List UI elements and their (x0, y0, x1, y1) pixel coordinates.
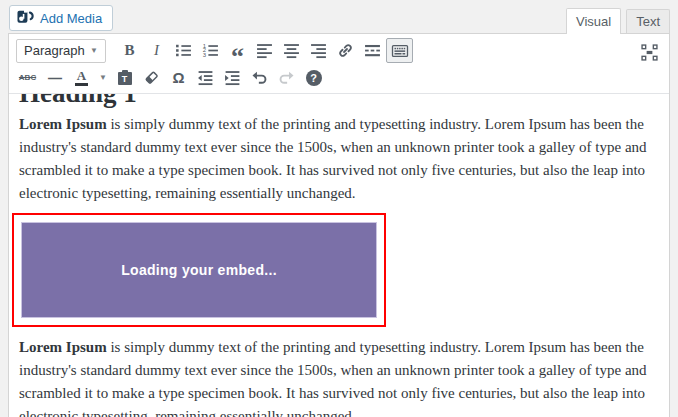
align-right-icon (310, 42, 327, 59)
text-color-icon: A (75, 69, 88, 86)
add-media-label: Add Media (40, 11, 102, 26)
read-more-icon (364, 42, 381, 59)
horizontal-rule-button[interactable]: — (41, 65, 68, 90)
italic-button[interactable]: I (143, 38, 170, 63)
paragraph-1: Lorem Ipsum is simply dummy text of the … (19, 113, 659, 205)
classic-editor: Paragraph ▼ B I 1 2 3 (8, 33, 670, 417)
editor-mode-tabs: Visual Text (561, 8, 670, 33)
undo-icon (251, 69, 268, 86)
align-left-button[interactable] (251, 38, 278, 63)
bold-button[interactable]: B (116, 38, 143, 63)
red-annotation-box: Loading your embed... (12, 213, 386, 327)
block-format-label: Paragraph (24, 43, 85, 58)
blockquote-button[interactable]: “ (224, 38, 251, 63)
redo-button[interactable] (273, 65, 300, 90)
read-more-button[interactable] (359, 38, 386, 63)
align-center-icon (283, 42, 300, 59)
clear-formatting-button[interactable] (138, 65, 165, 90)
undo-button[interactable] (246, 65, 273, 90)
numbered-list-icon: 1 2 3 (202, 42, 219, 59)
paragraph-2: Lorem Ipsum is simply dummy text of the … (19, 336, 659, 417)
add-media-icon (17, 9, 35, 27)
outdent-button[interactable] (192, 65, 219, 90)
insert-link-button[interactable] (332, 38, 359, 63)
editor-content-area[interactable]: Heading 1 Lorem Ipsum is simply dummy te… (9, 94, 669, 417)
toolbar-toggle-button[interactable] (386, 38, 413, 63)
paste-as-text-button[interactable]: T (111, 65, 138, 90)
heading-1: Heading 1 (19, 94, 659, 109)
italic-icon: I (154, 42, 159, 59)
indent-button[interactable] (219, 65, 246, 90)
chevron-down-icon: ▼ (90, 46, 98, 55)
help-icon: ? (306, 70, 322, 86)
horizontal-rule-icon: — (48, 70, 61, 86)
tab-visual[interactable]: Visual (566, 8, 621, 34)
paste-as-text-icon: T (118, 70, 132, 85)
tab-text-label: Text (636, 14, 660, 29)
bold-icon: B (124, 42, 134, 59)
redo-icon (278, 69, 295, 86)
special-character-button[interactable]: Ω (165, 65, 192, 90)
editor-toolbar: Paragraph ▼ B I 1 2 3 (9, 34, 669, 94)
keyboard-icon (391, 43, 409, 59)
align-right-button[interactable] (305, 38, 332, 63)
add-media-button[interactable]: Add Media (9, 5, 113, 31)
omega-icon: Ω (172, 69, 184, 86)
link-icon (337, 42, 354, 59)
align-center-button[interactable] (278, 38, 305, 63)
eraser-icon (143, 69, 160, 86)
text-color-button[interactable]: A (68, 65, 95, 90)
fullscreen-icon (641, 44, 658, 61)
toolbar-row-2: ABC — A ▼ T (14, 64, 663, 91)
bullet-list-icon (175, 42, 192, 59)
strikethrough-button[interactable]: ABC (14, 65, 41, 90)
tab-text[interactable]: Text (626, 9, 670, 33)
help-button[interactable]: ? (300, 65, 327, 90)
bullet-list-button[interactable] (170, 38, 197, 63)
chevron-down-icon: ▼ (99, 73, 107, 82)
paragraph-2-bold: Lorem Ipsum (19, 339, 107, 355)
blockquote-icon: “ (231, 53, 244, 61)
paragraph-1-bold: Lorem Ipsum (19, 116, 107, 132)
align-left-icon (256, 42, 273, 59)
numbered-list-button[interactable]: 1 2 3 (197, 38, 224, 63)
strikethrough-icon: ABC (19, 73, 36, 82)
svg-text:3: 3 (203, 52, 207, 58)
toolbar-row-1: Paragraph ▼ B I 1 2 3 (14, 37, 663, 64)
embed-placeholder[interactable]: Loading your embed... (21, 222, 377, 318)
block-format-dropdown[interactable]: Paragraph ▼ (16, 39, 106, 63)
tab-visual-label: Visual (576, 14, 611, 29)
text-color-dropdown[interactable]: ▼ (95, 65, 111, 90)
outdent-icon (197, 69, 214, 86)
indent-icon (224, 69, 241, 86)
embed-loading-label: Loading your embed... (121, 259, 277, 282)
media-buttons-bar: Add Media Visual Text (0, 0, 678, 33)
paragraph-1-text: is simply dummy text of the printing and… (19, 116, 647, 201)
paragraph-2-text: is simply dummy text of the printing and… (19, 339, 647, 417)
fullscreen-button[interactable] (636, 40, 663, 65)
